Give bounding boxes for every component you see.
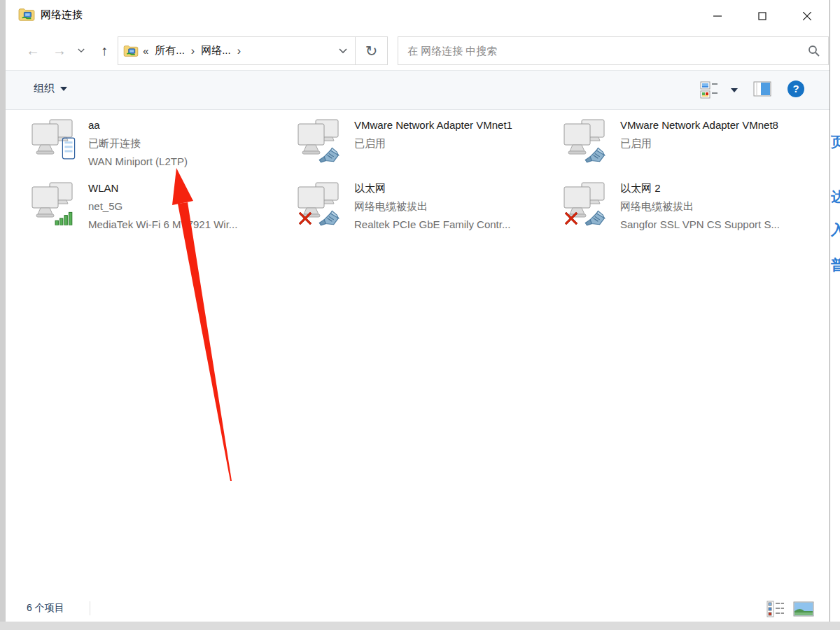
- screen-bottom-strip: [0, 622, 840, 630]
- breadcrumb-separator[interactable]: ›: [237, 45, 241, 57]
- chevron-down-icon: [339, 48, 347, 54]
- address-bar[interactable]: « 所有... › 网络... › ↻: [118, 36, 388, 65]
- screen-edge-strip: 页 达 入 普: [830, 0, 840, 630]
- disconnected-adapter-icon: svg .scr{fill:url(#scrGray)}: [31, 119, 80, 164]
- help-button[interactable]: ?: [787, 80, 805, 101]
- breadcrumb-separator[interactable]: ›: [191, 45, 195, 57]
- red-x-icon: [564, 211, 578, 225]
- edge-text-fragment: 达: [831, 188, 840, 206]
- item-device: WAN Miniport (L2TP): [88, 153, 286, 171]
- wifi-adapter-icon: [31, 182, 80, 227]
- edge-text-fragment: 入: [831, 220, 840, 239]
- connection-item-ethernet2[interactable]: 以太网 2 网络电缆被拔出 Sangfor SSL VPN CS Support…: [563, 179, 823, 234]
- search-input[interactable]: [398, 45, 799, 57]
- svg-text:?: ?: [792, 83, 799, 94]
- search-button[interactable]: [799, 45, 828, 57]
- breadcrumb-item-network[interactable]: 网络...: [199, 44, 233, 57]
- unplugged-adapter-icon: [563, 182, 612, 227]
- item-name: 以太网: [354, 179, 552, 197]
- close-icon: [803, 12, 811, 20]
- change-view-icon: [700, 81, 721, 99]
- maximize-button[interactable]: [740, 0, 785, 31]
- close-button[interactable]: [785, 0, 830, 31]
- details-view-button[interactable]: [766, 601, 785, 620]
- status-bar: 6 个项目: [6, 596, 830, 622]
- view-dropdown-icon: [731, 88, 738, 92]
- organize-button[interactable]: 组织: [34, 82, 67, 95]
- item-device: MediaTek Wi-Fi 6 MT7921 Wir...: [88, 216, 286, 234]
- connection-item-vmnet8[interactable]: VMware Network Adapter VMnet8 已启用: [563, 116, 823, 164]
- item-name: WLAN: [88, 179, 286, 197]
- connection-item-vmnet1[interactable]: VMware Network Adapter VMnet1 已启用: [297, 116, 557, 164]
- network-folder-icon: [123, 45, 139, 57]
- window-title: 网络连接: [41, 8, 83, 22]
- breadcrumb-item-all[interactable]: 所有...: [153, 44, 187, 57]
- enabled-adapter-icon: [297, 119, 346, 164]
- search-box: [398, 36, 829, 65]
- unplugged-adapter-icon: [297, 182, 346, 227]
- item-device: Sangfor SSL VPN CS Support S...: [620, 216, 818, 234]
- item-status: 网络电缆被拔出: [354, 197, 552, 216]
- history-dropdown-button[interactable]: [74, 38, 88, 62]
- connection-item-aa[interactable]: svg .scr{fill:url(#scrGray)} aa 已断开连接 WA…: [31, 116, 291, 171]
- edge-text-fragment: 普: [831, 255, 840, 274]
- breadcrumb-collapse[interactable]: «: [143, 45, 148, 57]
- preview-pane-button[interactable]: [753, 81, 771, 99]
- explorer-window: 网络连接 ← → ↑ « 所有... › 网络: [6, 0, 830, 622]
- back-button[interactable]: ←: [22, 38, 43, 62]
- large-icons-view-icon: [793, 601, 814, 617]
- help-icon: ?: [787, 80, 805, 98]
- refresh-button[interactable]: ↻: [355, 37, 387, 64]
- search-icon: [808, 45, 820, 57]
- item-name: VMware Network Adapter VMnet8: [620, 116, 818, 134]
- items-count: 6 个项目: [27, 602, 64, 615]
- network-folder-icon: [18, 8, 35, 22]
- item-status: 已启用: [620, 134, 818, 153]
- enabled-adapter-icon: [563, 119, 612, 164]
- up-button[interactable]: ↑: [94, 38, 115, 62]
- minimize-icon: [713, 12, 722, 20]
- chevron-down-icon: [78, 48, 85, 53]
- refresh-icon: ↻: [365, 43, 378, 59]
- title-bar: 网络连接: [6, 0, 830, 31]
- chevron-down-icon: [60, 87, 67, 91]
- item-name: aa: [88, 116, 286, 134]
- item-name: 以太网 2: [620, 179, 818, 197]
- forward-button[interactable]: →: [49, 38, 70, 62]
- connection-item-wlan[interactable]: WLAN net_5G MediaTek Wi-Fi 6 MT7921 Wir.…: [31, 179, 291, 234]
- change-view-button[interactable]: [700, 81, 738, 99]
- details-view-icon: [766, 601, 785, 617]
- item-device: Realtek PCIe GbE Family Contr...: [354, 216, 552, 234]
- item-status: 已启用: [354, 134, 552, 153]
- status-separator: [90, 601, 90, 615]
- large-icons-view-button[interactable]: [793, 601, 814, 620]
- red-x-icon: [298, 211, 312, 225]
- item-status: 网络电缆被拔出: [620, 197, 818, 216]
- edge-text-fragment: 页: [831, 133, 840, 152]
- organize-label: 组织: [34, 82, 55, 95]
- address-dropdown-button[interactable]: [331, 37, 355, 64]
- item-status: 已断开连接: [88, 134, 286, 153]
- connection-item-ethernet[interactable]: 以太网 网络电缆被拔出 Realtek PCIe GbE Family Cont…: [297, 179, 557, 234]
- item-status: net_5G: [88, 197, 286, 216]
- command-bar: 组织: [6, 70, 830, 110]
- maximize-icon: [758, 12, 766, 20]
- preview-pane-icon: [753, 81, 771, 97]
- item-name: VMware Network Adapter VMnet1: [354, 116, 552, 134]
- navigation-bar: ← → ↑ « 所有... › 网络... › ↻: [6, 31, 830, 70]
- minimize-button[interactable]: [695, 0, 740, 31]
- items-area: svg .scr{fill:url(#scrGray)} aa 已断开连接 WA…: [6, 111, 830, 596]
